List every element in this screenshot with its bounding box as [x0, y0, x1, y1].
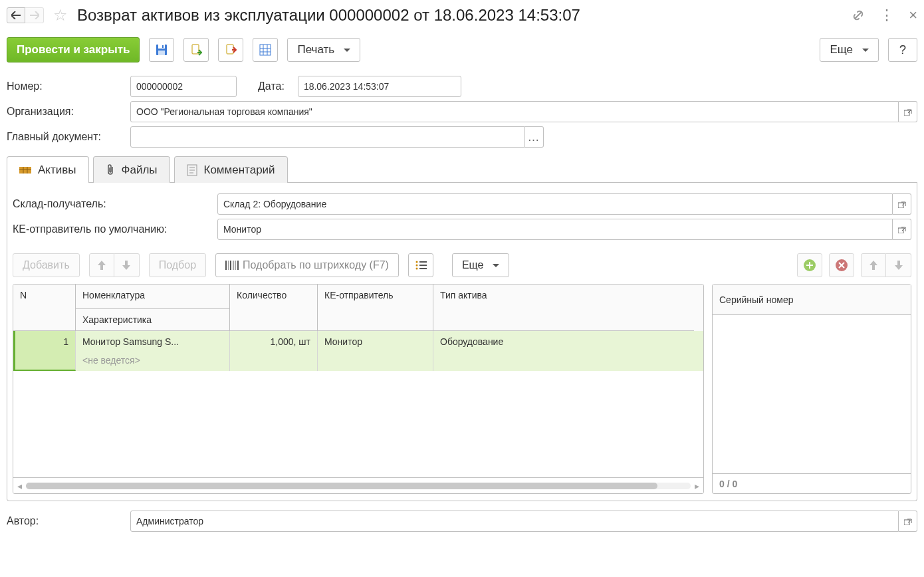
author-field[interactable]: Администратор — [130, 511, 899, 532]
chevron-down-icon — [344, 49, 350, 52]
col-n[interactable]: N — [13, 285, 76, 331]
print-button[interactable]: Печать — [287, 38, 360, 62]
arrow-left-icon — [11, 11, 21, 19]
cell-asset-type: Оборудование — [433, 331, 694, 371]
organization-field[interactable]: ООО "Региональная торговая компания" — [130, 101, 899, 122]
row-warehouse: Склад-получатель: Склад 2: Оборудование — [13, 193, 911, 215]
svg-rect-1 — [158, 45, 165, 49]
post-button[interactable] — [183, 38, 209, 62]
toggle-list-button[interactable] — [408, 253, 433, 277]
help-button[interactable]: ? — [888, 38, 917, 62]
col-quantity[interactable]: Количество — [230, 285, 318, 331]
assets-icon — [19, 165, 31, 175]
window-title: Возврат активов из эксплуатации 00000000… — [77, 6, 846, 25]
main-document-more-button[interactable]: … — [525, 126, 544, 148]
save-button[interactable] — [149, 38, 174, 62]
move-down-button[interactable] — [114, 253, 140, 277]
document-header-form: Номер: 000000002 Дата: 18.06.2023 14:53:… — [0, 76, 924, 148]
list-icon — [415, 261, 427, 270]
number-field[interactable]: 000000002 — [130, 76, 237, 97]
tab-comment-label: Комментарий — [204, 164, 275, 177]
serials-footer: 0 / 0 — [713, 473, 911, 493]
assets-more-button[interactable]: Еще — [452, 253, 510, 277]
warehouse-field[interactable]: Склад 2: Оборудование — [217, 193, 893, 215]
serials-delete-button[interactable] — [829, 253, 854, 277]
col-nomenclature-group[interactable]: Номенклатура Характеристика — [76, 285, 230, 331]
movements-button[interactable] — [253, 38, 278, 62]
svg-rect-2 — [158, 51, 165, 55]
h-scroll-thumb[interactable] — [26, 483, 657, 489]
barcode-icon — [225, 260, 239, 271]
cell-nomenclature-group: Монитор Samsung S... <не ведется> — [76, 331, 230, 371]
move-row-group — [89, 253, 140, 277]
ellipsis-icon: … — [528, 130, 541, 144]
tab-files[interactable]: Файлы — [93, 156, 170, 183]
col-asset-type[interactable]: Тип актива — [433, 285, 694, 331]
add-row-button[interactable]: Добавить — [13, 253, 80, 277]
ke-sender-field[interactable]: Монитор — [217, 219, 893, 240]
svg-point-32 — [415, 265, 417, 267]
serials-move-down-button[interactable] — [886, 253, 911, 277]
add-row-label: Добавить — [23, 259, 70, 271]
floppy-icon — [156, 44, 168, 56]
paperclip-icon — [106, 164, 115, 176]
more-label: Еще — [830, 43, 853, 57]
organization-open-button[interactable] — [899, 101, 917, 122]
help-label: ? — [899, 43, 906, 57]
submit-and-close-button[interactable]: Провести и закрыть — [7, 37, 140, 62]
assets-table: N Номенклатура Характеристика Количество… — [13, 284, 704, 494]
ke-sender-label: КЕ-отправитель по умолчанию: — [13, 223, 209, 235]
close-icon[interactable]: × — [909, 7, 917, 24]
unpost-button[interactable] — [218, 38, 243, 62]
svg-rect-13 — [19, 167, 31, 173]
assets-toolbar: Добавить Подбор Подобрать по штрихкоду (… — [13, 253, 789, 277]
svg-rect-21 — [898, 203, 903, 208]
serials-move-up-button[interactable] — [861, 253, 886, 277]
submit-and-close-label: Провести и закрыть — [17, 43, 130, 57]
h-scrollbar[interactable]: ◂ ▸ — [13, 477, 703, 493]
more-button[interactable]: Еще — [820, 38, 879, 62]
tab-comment[interactable]: Комментарий — [174, 156, 288, 183]
date-field[interactable]: 18.06.2023 14:53:07 — [298, 76, 461, 97]
barcode-pick-label: Подобрать по штрихкоду (F7) — [243, 259, 389, 271]
serials-add-button[interactable] — [797, 253, 822, 277]
top-toolbar: Провести и закрыть Печать Еще ? — [0, 32, 924, 72]
col-ke-sender[interactable]: КЕ-отправитель — [318, 285, 433, 331]
nav-back-button[interactable] — [7, 7, 25, 23]
link-icon[interactable] — [852, 9, 865, 22]
favorite-star-icon[interactable]: ☆ — [53, 7, 68, 23]
open-icon — [898, 200, 906, 208]
title-bar: ☆ Возврат активов из эксплуатации 000000… — [0, 0, 924, 32]
svg-point-31 — [415, 261, 417, 263]
arrow-down-icon — [122, 261, 130, 270]
chevron-down-icon — [862, 49, 869, 52]
serials-panel: Серийный номер 0 / 0 — [712, 284, 911, 494]
author-open-button[interactable] — [899, 511, 917, 532]
arrow-up-icon — [98, 261, 106, 270]
tabs: Активы Файлы Комментарий — [7, 156, 917, 183]
ke-sender-open-button[interactable] — [893, 219, 911, 240]
pick-button[interactable]: Подбор — [149, 253, 206, 277]
row-ke-sender: КЕ-отправитель по умолчанию: Монитор — [13, 219, 911, 240]
cell-quantity: 1,000, шт — [230, 331, 318, 371]
move-up-button[interactable] — [89, 253, 114, 277]
serials-header[interactable]: Серийный номер — [713, 285, 911, 315]
organization-label: Организация: — [7, 106, 122, 118]
svg-rect-6 — [260, 45, 271, 55]
kebab-menu-icon[interactable]: ⋮ — [879, 7, 894, 24]
main-document-label: Главный документ: — [7, 131, 122, 143]
note-icon — [187, 164, 197, 176]
svg-point-33 — [415, 268, 417, 270]
barcode-pick-button[interactable]: Подобрать по штрихкоду (F7) — [215, 253, 399, 277]
warehouse-open-button[interactable] — [893, 193, 911, 215]
main-document-field[interactable] — [130, 126, 525, 148]
nav-forward-button[interactable] — [25, 7, 44, 23]
col-nomenclature: Номенклатура — [76, 285, 229, 309]
table-row[interactable]: 1 Монитор Samsung S... <не ведется> 1,00… — [13, 331, 703, 371]
assets-table-body: 1 Монитор Samsung S... <не ведется> 1,00… — [13, 331, 703, 477]
warehouse-label: Склад-получатель: — [13, 198, 209, 210]
print-label: Печать — [297, 43, 334, 57]
date-value: 18.06.2023 14:53:07 — [304, 81, 389, 92]
scroll-left-icon: ◂ — [17, 481, 22, 491]
tab-assets[interactable]: Активы — [7, 156, 89, 183]
